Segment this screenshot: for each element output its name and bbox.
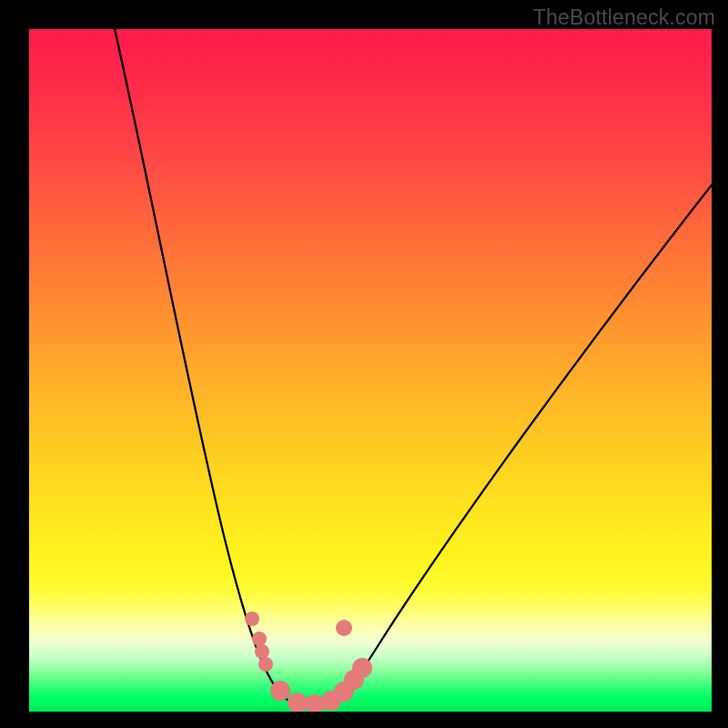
data-marker (258, 657, 273, 672)
chart-frame: TheBottleneck.com (0, 0, 728, 728)
watermark-text: TheBottleneck.com (533, 5, 715, 30)
data-marker (255, 644, 269, 659)
right-branch-curve (325, 179, 712, 707)
data-marker (245, 612, 259, 626)
data-marker (270, 681, 290, 701)
curve-layer (29, 29, 712, 712)
data-marker (252, 632, 267, 646)
data-marker (352, 658, 372, 678)
marker-group (245, 612, 372, 712)
data-marker (336, 620, 352, 636)
left-branch-curve (114, 29, 307, 707)
data-marker (288, 693, 308, 712)
plot-area (29, 29, 712, 712)
